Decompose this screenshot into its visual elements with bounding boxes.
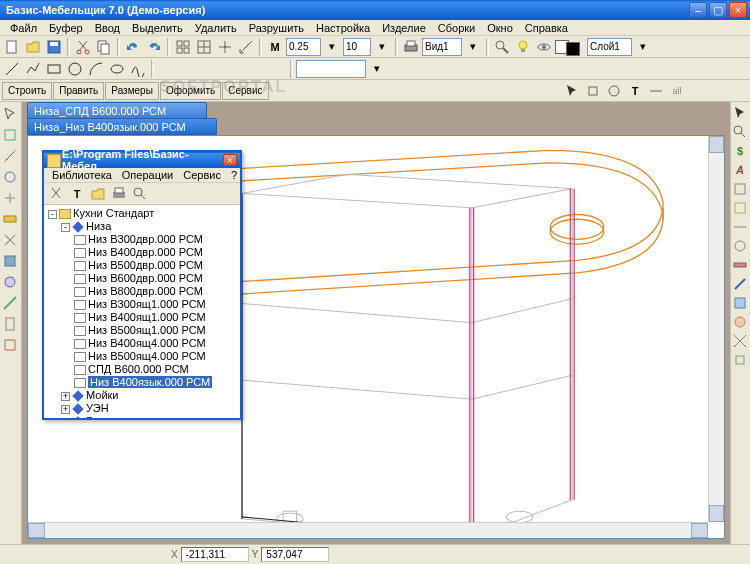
lib-cut-icon[interactable] [46,184,66,204]
tab-dims[interactable]: Размеры [105,82,159,100]
tree-leaf[interactable]: Низ В300двр.000 РСМ [74,233,238,246]
lt-tool12-icon[interactable] [0,335,20,355]
maximize-button[interactable]: ▢ [709,2,727,18]
linetype-dropdown-icon[interactable]: ▾ [367,59,387,79]
tree-item[interactable]: +Верха [61,415,238,418]
rt-tool8-icon[interactable] [731,237,749,255]
lt-tool5-icon[interactable] [0,188,20,208]
rt-tool7-icon[interactable] [731,218,749,236]
menu-help[interactable]: Справка [519,22,574,34]
dropdown2-icon[interactable]: ▾ [372,37,392,57]
lib-folder-icon[interactable] [88,184,108,204]
expand-icon[interactable]: - [61,223,70,232]
doc-tab-1[interactable]: Низа_СПД В600.000 РСМ [27,102,207,119]
tab-build[interactable]: Строить [2,82,52,100]
rt-tool13-icon[interactable] [731,332,749,350]
rt-a-icon[interactable]: A [731,161,749,179]
input-scale1[interactable] [286,38,321,56]
tree-item[interactable]: +Мойки [61,389,238,402]
copy-icon[interactable] [94,37,114,57]
dropdown1-icon[interactable]: ▾ [322,37,342,57]
lib-text-icon[interactable]: T [67,184,87,204]
menu-product[interactable]: Изделие [376,22,432,34]
bulb-icon[interactable] [513,37,533,57]
rt-zoom-icon[interactable] [731,123,749,141]
lib-menu-help[interactable]: ? [226,169,242,181]
input-scale2[interactable] [343,38,371,56]
lt-tool6-icon[interactable] [0,209,20,229]
snap4-icon[interactable]: all [667,81,687,101]
tree-leaf[interactable]: Низ В600двр.000 РСМ [74,272,238,285]
tree-root[interactable]: -Кухни Стандарт -Низа Низ В300двр.000 РС… [48,207,238,418]
tree-leaf[interactable]: Низ В300ящ1.000 РСМ [74,298,238,311]
rt-cursor-icon[interactable] [731,104,749,122]
tree-leaf[interactable]: Низ В500двр.000 РСМ [74,259,238,272]
menu-destroy[interactable]: Разрушить [243,22,310,34]
pointer-icon[interactable] [562,81,582,101]
eye-icon[interactable] [534,37,554,57]
menu-window[interactable]: Окно [481,22,519,34]
new-file-icon[interactable] [2,37,22,57]
snap1-icon[interactable] [583,81,603,101]
tree-niza[interactable]: -Низа Низ В300двр.000 РСМНиз В400двр.000… [61,220,238,389]
menu-select[interactable]: Выделить [126,22,189,34]
menu-file[interactable]: Файл [4,22,43,34]
zoom-icon[interactable] [492,37,512,57]
print-icon[interactable] [401,37,421,57]
tree-leaf[interactable]: СПД В600.000 РСМ [74,363,238,376]
tree-leaf[interactable]: Низ В500ящ1.000 РСМ [74,324,238,337]
menu-delete[interactable]: Удалить [189,22,243,34]
open-icon[interactable] [23,37,43,57]
menu-assemblies[interactable]: Сборки [432,22,481,34]
tree-item[interactable]: +УЭН [61,402,238,415]
lib-search-icon[interactable] [130,184,150,204]
scrollbar-horizontal[interactable] [28,522,708,538]
lt-tool9-icon[interactable] [0,272,20,292]
library-titlebar[interactable]: E:\Program Files\Базис-Мебел... × [44,152,240,168]
view-dropdown-icon[interactable]: ▾ [463,37,483,57]
expand-icon[interactable]: + [61,392,70,401]
library-window[interactable]: E:\Program Files\Базис-Мебел... × Библио… [42,150,242,420]
save-icon[interactable] [44,37,64,57]
tree-leaf[interactable]: Низ В500ящ4.000 РСМ [74,350,238,363]
tree-leaf[interactable]: Низ В400ящ4.000 РСМ [74,337,238,350]
rt-tool5-icon[interactable] [731,180,749,198]
tab-service[interactable]: Сервис [222,82,268,100]
rt-tool12-icon[interactable] [731,313,749,331]
lt-tool10-icon[interactable] [0,293,20,313]
rt-tool14-icon[interactable] [731,351,749,369]
tree-leaf[interactable]: Низ В400ящ1.000 РСМ [74,311,238,324]
lt-tool3-icon[interactable] [0,146,20,166]
menu-buffer[interactable]: Буфер [43,22,89,34]
doc-tab-2[interactable]: Низа_Низ В400язык.000 РСМ [27,118,217,135]
expand-icon[interactable]: + [61,405,70,414]
axis-icon[interactable] [236,37,256,57]
snap3-icon[interactable] [646,81,666,101]
layer-select[interactable] [587,38,632,56]
layer-dropdown-icon[interactable]: ▾ [633,37,653,57]
circle-icon[interactable] [65,59,85,79]
polyline-icon[interactable] [23,59,43,79]
line-icon[interactable] [2,59,22,79]
view-select[interactable] [422,38,462,56]
minimize-button[interactable]: – [689,2,707,18]
library-close-button[interactable]: × [223,154,237,166]
lt-tool11-icon[interactable] [0,314,20,334]
tab-edit[interactable]: Править [53,82,104,100]
tree-leaf-selected[interactable]: Низ В400язык.000 РСМ [74,376,238,389]
menu-settings[interactable]: Настройка [310,22,376,34]
ellipse-icon[interactable] [107,59,127,79]
scrollbar-vertical[interactable] [708,136,724,522]
library-tree[interactable]: -Кухни Стандарт -Низа Низ В300двр.000 РС… [44,205,240,418]
text-t-icon[interactable]: T [625,81,645,101]
rt-tool11-icon[interactable] [731,294,749,312]
grid2-icon[interactable] [194,37,214,57]
grid1-icon[interactable] [173,37,193,57]
undo-icon[interactable] [123,37,143,57]
rt-dollar-icon[interactable]: $ [731,142,749,160]
snap2-icon[interactable] [604,81,624,101]
tree-leaf[interactable]: Низ В800двр.000 РСМ [74,285,238,298]
rt-tool10-icon[interactable] [731,275,749,293]
rt-tool6-icon[interactable] [731,199,749,217]
lt-tool4-icon[interactable] [0,167,20,187]
